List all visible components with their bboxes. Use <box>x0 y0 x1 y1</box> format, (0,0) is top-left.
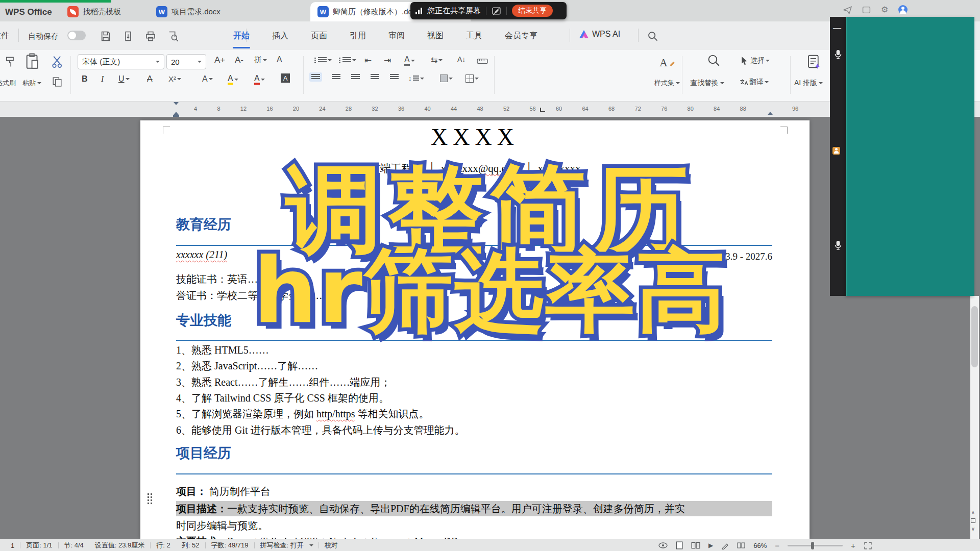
scroll-down-icon[interactable]: ∨ <box>971 526 975 532</box>
style-set-icon[interactable]: A <box>659 56 676 69</box>
fit-page-icon[interactable] <box>864 541 872 550</box>
scrollbar-thumb[interactable] <box>971 306 978 367</box>
layout-icon[interactable] <box>862 6 871 14</box>
text-tools-button[interactable]: A <box>404 55 415 66</box>
numbered-list-button[interactable] <box>339 57 356 63</box>
settings-gear-icon[interactable]: ⚙ <box>881 6 888 14</box>
align-right-button[interactable] <box>349 72 362 82</box>
overlapping-teal-window[interactable] <box>846 17 974 296</box>
zoom-slider[interactable] <box>788 545 843 546</box>
superscript-button[interactable]: X² <box>168 74 181 83</box>
tab-home[interactable]: 开始 <box>232 28 251 44</box>
strikethrough-button[interactable]: A <box>147 74 153 84</box>
copy-icon[interactable] <box>52 77 62 87</box>
find-icon[interactable] <box>707 54 721 67</box>
tab-member[interactable]: 会员专享 <box>504 28 538 44</box>
align-distribute-button[interactable] <box>388 72 401 82</box>
scroll-page-buttons[interactable]: ∧ ∨ <box>971 510 975 532</box>
align-left-button[interactable] <box>309 72 322 82</box>
export-icon[interactable] <box>122 31 134 42</box>
presentation-play-icon[interactable]: ▶ <box>708 542 713 549</box>
word-count[interactable]: 字数: 49/719 <box>206 541 254 550</box>
print-icon[interactable] <box>145 31 156 42</box>
phonetic-guide-button[interactable]: 拼 <box>254 55 267 65</box>
document-page[interactable]: XXXX 前端工程师│xxxxxxx@qq.com│xxxxxxxx 教育经历 … <box>140 120 810 539</box>
meeting-panel-strip[interactable]: — <box>830 17 846 296</box>
spellcheck-toggle[interactable]: 拼写检查: 打开 <box>255 541 309 550</box>
font-name-select[interactable]: 宋体 (正文) <box>78 54 164 69</box>
hanging-indent-marker[interactable] <box>174 109 179 115</box>
eye-protect-icon[interactable] <box>658 542 668 549</box>
translate-button[interactable]: 翻译 <box>739 78 769 87</box>
search-icon[interactable] <box>647 31 658 42</box>
paragraph-drag-handle[interactable] <box>147 493 153 504</box>
sort-button[interactable]: A↓ <box>457 55 465 63</box>
line-spacing-button[interactable]: ↕ <box>408 74 424 82</box>
multi-page-view-icon[interactable] <box>691 541 700 549</box>
zoom-slider-thumb[interactable] <box>811 542 814 549</box>
end-share-button[interactable]: 结束共享 <box>512 5 553 17</box>
paste-label[interactable]: 粘贴 <box>22 79 41 88</box>
zoom-in-icon[interactable]: + <box>851 541 855 550</box>
page-indicator[interactable]: 页面: 1/1 <box>20 541 58 550</box>
underline-button[interactable]: U <box>118 74 130 84</box>
format-painter-icon[interactable] <box>4 56 16 68</box>
tab-stop-marker[interactable] <box>540 108 545 112</box>
select-browse-object-icon[interactable] <box>971 518 975 523</box>
shading-button[interactable] <box>440 74 453 82</box>
highlight-color-button[interactable]: A <box>228 74 238 85</box>
decrease-indent-button[interactable]: ⇤ <box>364 55 372 66</box>
tab-insert[interactable]: 插入 <box>271 28 289 44</box>
tab-reference[interactable]: 引用 <box>349 28 367 44</box>
page-view-icon[interactable] <box>676 541 683 549</box>
char-border-button[interactable]: A <box>202 74 213 84</box>
account-avatar[interactable] <box>898 5 908 14</box>
tab-view[interactable]: 视图 <box>426 28 445 44</box>
file-menu[interactable]: 文件 <box>0 31 13 41</box>
tab-docer-templates[interactable]: 找稻壳模板 <box>60 2 128 21</box>
print-preview-icon[interactable] <box>167 31 179 42</box>
microphone-icon[interactable] <box>834 240 843 251</box>
zoom-percentage[interactable]: 66% <box>753 542 767 549</box>
clear-format-button[interactable]: A <box>277 55 282 64</box>
char-shading-button[interactable]: A <box>281 73 290 83</box>
tab-ruler-icon[interactable] <box>477 57 488 65</box>
align-center-button[interactable] <box>330 72 342 82</box>
autosave-toggle[interactable] <box>67 31 86 40</box>
bold-button[interactable]: B <box>82 74 88 84</box>
send-icon[interactable] <box>843 6 852 14</box>
align-justify-button[interactable] <box>369 72 381 82</box>
tab-review[interactable]: 审阅 <box>387 28 406 44</box>
format-painter-label[interactable]: 格式刷 <box>0 79 16 88</box>
grow-font-button[interactable]: A+ <box>214 55 225 65</box>
right-indent-marker[interactable] <box>768 109 773 115</box>
ai-layout-icon[interactable] <box>806 54 821 69</box>
style-set-label[interactable]: 样式集 <box>654 79 680 88</box>
vertical-scrollbar[interactable] <box>970 296 979 539</box>
bullet-list-button[interactable] <box>314 57 332 63</box>
cut-scissors-icon[interactable] <box>51 55 64 68</box>
tab-project-requirements[interactable]: W 项目需求.docx <box>149 2 228 21</box>
font-size-select[interactable]: 20 <box>166 54 206 69</box>
first-line-indent-marker[interactable] <box>174 102 179 108</box>
edit-pen-icon[interactable] <box>721 542 729 549</box>
wrap-marks-button[interactable]: ⇆ <box>431 55 443 65</box>
paste-icon[interactable] <box>24 53 41 70</box>
italic-button[interactable]: I <box>101 74 104 84</box>
find-replace-label[interactable]: 查找替换 <box>690 79 724 88</box>
book-read-icon[interactable] <box>737 542 745 549</box>
font-color-button[interactable]: A <box>254 74 265 85</box>
shrink-font-button[interactable]: A- <box>235 55 243 65</box>
minimize-icon[interactable]: — <box>833 24 841 32</box>
ai-layout-label[interactable]: AI 排版 <box>794 79 823 88</box>
microphone-icon[interactable] <box>834 49 843 60</box>
wps-ai-button[interactable]: WPS AI <box>579 30 620 39</box>
borders-button[interactable] <box>465 74 479 83</box>
tab-page[interactable]: 页面 <box>310 28 328 44</box>
select-button[interactable]: 选择 <box>741 56 770 65</box>
increase-indent-button[interactable]: ⇥ <box>384 55 391 66</box>
tab-tools[interactable]: 工具 <box>465 28 483 44</box>
scroll-up-icon[interactable]: ∧ <box>971 510 975 515</box>
save-icon[interactable] <box>100 31 111 42</box>
zoom-out-icon[interactable]: − <box>775 541 779 550</box>
